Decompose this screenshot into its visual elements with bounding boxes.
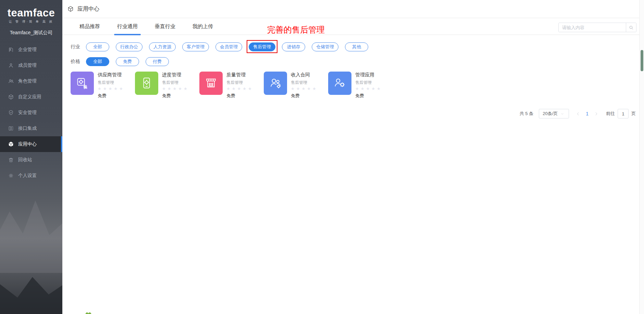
filter-chip-0-0[interactable]: 全部 — [86, 42, 109, 51]
app-price: 免费 — [162, 93, 189, 99]
filter-label: 行业 — [71, 44, 80, 50]
tab-1[interactable]: 行业通用 — [114, 18, 141, 35]
sidebar-menu: 企业管理成员管理角色管理自定义应用安全管理接口集成应用中心回收站个人设置 — [0, 42, 62, 184]
star-icon: ★ — [302, 86, 307, 91]
filter-chip-0-8[interactable]: 其他 — [345, 42, 368, 51]
star-icon: ★ — [355, 86, 361, 91]
filter-chip-0-4[interactable]: 会员管理 — [215, 42, 242, 51]
star-icon: ★ — [103, 86, 109, 91]
sidebar-mountain-decoration — [0, 194, 62, 273]
integration-icon — [8, 125, 14, 131]
filter-chip-1-0[interactable]: 全部 — [86, 57, 109, 66]
app-card[interactable]: 质量管理售后管理★★★★★免费 — [199, 72, 264, 99]
app-price: 免费 — [226, 93, 253, 99]
tab-3[interactable]: 我的上传 — [189, 18, 216, 35]
logo-block: teamface 让 管 理·简 单 高 效 Teamface_测试公司 — [0, 0, 62, 36]
sidebar-item-enterprise[interactable]: 企业管理 — [0, 42, 62, 58]
company-name: Teamface_测试公司 — [0, 30, 62, 36]
page-unit-label: 页 — [631, 111, 636, 117]
app-card[interactable]: 供供应商管理售后管理★★★★★免费 — [71, 72, 135, 99]
star-icon: ★ — [237, 86, 243, 91]
app-subtitle: 售后管理 — [98, 80, 125, 86]
star-icon: ★ — [232, 86, 237, 91]
star-icon: ★ — [312, 86, 318, 91]
contract-icon — [264, 72, 287, 95]
sidebar-item-integration[interactable]: 接口集成 — [0, 121, 62, 136]
sidebar-item-security[interactable]: 安全管理 — [0, 105, 62, 121]
annotation-text: 完善的售后管理 — [267, 24, 325, 35]
scrollbar-thumb[interactable] — [641, 50, 643, 71]
app-card-info: 收入合同售后管理★★★★★免费 — [291, 72, 318, 99]
page-title: 应用中心 — [77, 5, 99, 13]
app-center-icon — [8, 141, 14, 147]
members-icon — [8, 62, 14, 68]
sidebar-item-app-center[interactable]: 应用中心 — [0, 136, 62, 152]
star-icon: ★ — [178, 86, 184, 91]
filter-chip-0-5[interactable]: 售后管理 — [249, 42, 275, 51]
star-icon: ★ — [162, 86, 168, 91]
filter-chip-0-3[interactable]: 客户管理 — [182, 42, 209, 51]
app-title: 供应商管理 — [98, 72, 125, 78]
security-icon — [8, 110, 14, 116]
tab-0[interactable]: 精品推荐 — [76, 18, 103, 35]
custom-apps-icon — [8, 94, 14, 100]
app-title: 进度管理 — [162, 72, 189, 78]
filter-chip-1-2[interactable]: 付费 — [146, 57, 169, 66]
filter-chip-1-1[interactable]: 免费 — [116, 57, 139, 66]
app-card[interactable]: 管理应用售后管理★★★★★免费 — [328, 72, 393, 99]
enterprise-icon — [8, 47, 14, 53]
app-subtitle: 售后管理 — [355, 80, 382, 86]
manage-app-icon — [328, 72, 351, 95]
filter-chip-0-1[interactable]: 行政办公 — [116, 42, 143, 51]
current-page[interactable]: 1 — [582, 111, 592, 116]
header-bar: 应用中心 — [62, 0, 644, 18]
sidebar-item-label: 安全管理 — [18, 110, 37, 116]
chevron-down-icon — [560, 112, 564, 116]
filter-row-price: 价格全部免费付费 — [71, 57, 175, 66]
chevron-left-icon — [576, 112, 580, 116]
recycle-icon — [8, 157, 14, 163]
star-icon: ★ — [248, 86, 253, 91]
page-size-value: 20条/页 — [543, 111, 558, 117]
sidebar-item-label: 成员管理 — [18, 62, 37, 68]
app-card-info: 进度管理售后管理★★★★★免费 — [162, 72, 189, 99]
filter-chip-0-2[interactable]: 人力资源 — [149, 42, 176, 51]
filter-row-industry: 行业全部行政办公人力资源客户管理会员管理售后管理进销存仓储管理其他 — [71, 42, 375, 52]
sidebar-item-members[interactable]: 成员管理 — [0, 58, 62, 73]
prev-page-button[interactable] — [574, 112, 582, 116]
app-title: 收入合同 — [291, 72, 318, 78]
sidebar-item-custom-apps[interactable]: 自定义应用 — [0, 89, 62, 105]
personal-settings-icon — [8, 173, 14, 179]
filter-label: 价格 — [71, 59, 80, 65]
search-input[interactable] — [559, 23, 626, 32]
star-icon: ★ — [226, 86, 232, 91]
app-title: 管理应用 — [355, 72, 382, 78]
logo-tagline: 让 管 理·简 单 高 效 — [0, 20, 62, 24]
sidebar-item-recycle[interactable]: 回收站 — [0, 152, 62, 168]
app-cards: 供供应商管理售后管理★★★★★免费进度管理售后管理★★★★★免费质量管理售后管理… — [71, 72, 393, 99]
star-icon: ★ — [114, 86, 119, 91]
sidebar-item-roles[interactable]: 角色管理 — [0, 73, 62, 89]
tab-2[interactable]: 垂直行业 — [152, 18, 178, 35]
star-icon: ★ — [291, 86, 296, 91]
app-rating-stars: ★★★★★ — [355, 87, 382, 91]
svg-text:供: 供 — [83, 85, 87, 89]
filter-chip-0-6[interactable]: 进销存 — [282, 42, 305, 51]
goto-page-input[interactable] — [618, 109, 629, 118]
star-icon: ★ — [109, 86, 114, 91]
next-page-button[interactable] — [592, 112, 600, 116]
app-card-info: 供应商管理售后管理★★★★★免费 — [98, 72, 125, 99]
app-card[interactable]: 进度管理售后管理★★★★★免费 — [135, 72, 199, 99]
star-icon: ★ — [371, 86, 377, 91]
search-button[interactable] — [626, 23, 636, 32]
page-size-select[interactable]: 20条/页 — [539, 109, 569, 118]
star-icon: ★ — [184, 86, 189, 91]
sidebar: teamface 让 管 理·简 单 高 效 Teamface_测试公司 企业管… — [0, 0, 62, 314]
roles-icon — [8, 78, 14, 84]
sidebar-item-label: 自定义应用 — [18, 94, 41, 100]
app-card[interactable]: 收入合同售后管理★★★★★免费 — [264, 72, 328, 99]
progress-icon — [135, 72, 158, 95]
star-icon: ★ — [98, 86, 103, 91]
filter-chip-0-7[interactable]: 仓储管理 — [312, 42, 338, 51]
sidebar-item-personal-settings[interactable]: 个人设置 — [0, 168, 62, 184]
